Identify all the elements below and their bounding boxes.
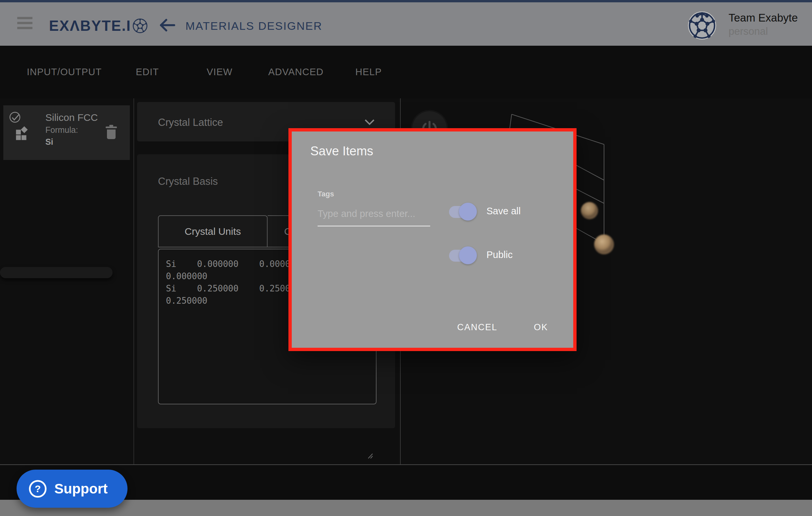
crystal-basis-title: Crystal Basis [158, 175, 218, 188]
material-formula-value: Si [46, 137, 53, 147]
menu-input-output[interactable]: INPUT/OUTPUT [27, 46, 102, 98]
cancel-button[interactable]: CANCEL [457, 322, 497, 333]
public-toggle-row: Public [449, 246, 558, 265]
svg-text:?: ? [35, 483, 41, 494]
material-title: Silicon FCC [46, 112, 98, 123]
dialog-title: Save Items [310, 144, 373, 158]
menu-bar: INPUT/OUTPUT EDIT VIEW ADVANCED HELP [0, 46, 812, 98]
tags-input-underline [318, 226, 430, 227]
chevron-down-icon[interactable] [364, 119, 375, 125]
crystal-lattice-title: Crystal Lattice [158, 117, 223, 128]
menu-advanced[interactable]: ADVANCED [268, 46, 323, 98]
ok-button[interactable]: OK [534, 322, 548, 333]
atom-si-1 [581, 202, 598, 219]
question-circle-icon: ? [28, 480, 47, 498]
sidebar-divider [134, 98, 134, 464]
back-arrow-icon[interactable] [158, 17, 176, 33]
save-all-label: Save all [487, 206, 521, 217]
support-label: Support [54, 481, 108, 497]
save-all-toggle-knob[interactable] [459, 203, 477, 221]
user-context: personal [729, 26, 768, 37]
menu-help[interactable]: HELP [355, 46, 382, 98]
public-label: Public [487, 249, 513, 260]
material-formula-label: Formula: [46, 125, 78, 135]
dialog-actions: CANCEL OK [457, 322, 548, 333]
public-toggle-knob[interactable] [459, 247, 477, 264]
atom-si-2 [594, 234, 614, 254]
materials-designer-app: EXΛBYTE.I MATERIALS DESIGNER [0, 0, 812, 516]
menu-view[interactable]: VIEW [207, 46, 232, 98]
tags-input[interactable] [318, 205, 430, 222]
top-accent-strip [0, 0, 812, 2]
logo-text: EXΛBYTE.I [49, 18, 131, 34]
menu-edit[interactable]: EDIT [136, 46, 159, 98]
textarea-resize-handle[interactable] [367, 453, 374, 459]
logo-ball-icon [133, 18, 148, 33]
hamburger-menu-icon[interactable] [17, 17, 32, 31]
support-button[interactable]: ? Support [17, 470, 127, 508]
material-blocks-icon [13, 124, 30, 142]
tab-crystal-units[interactable]: Crystal Units [158, 215, 268, 248]
sidebar-scroll-pill[interactable] [0, 267, 113, 278]
delete-trash-icon[interactable] [104, 124, 118, 140]
page-title: MATERIALS DESIGNER [185, 20, 322, 32]
save-all-toggle-row: Save all [449, 202, 558, 221]
user-avatar[interactable] [688, 11, 716, 40]
header-bar: EXΛBYTE.I MATERIALS DESIGNER [0, 2, 812, 46]
user-name: Team Exabyte [729, 11, 798, 24]
selected-check-icon [9, 112, 21, 123]
exabyte-logo[interactable]: EXΛBYTE.I [49, 18, 148, 34]
save-items-dialog: Save Items Tags Save all Public CANCEL O… [288, 128, 577, 351]
material-card[interactable]: Silicon FCC Formula: Si [3, 105, 130, 160]
tags-label: Tags [318, 190, 334, 198]
